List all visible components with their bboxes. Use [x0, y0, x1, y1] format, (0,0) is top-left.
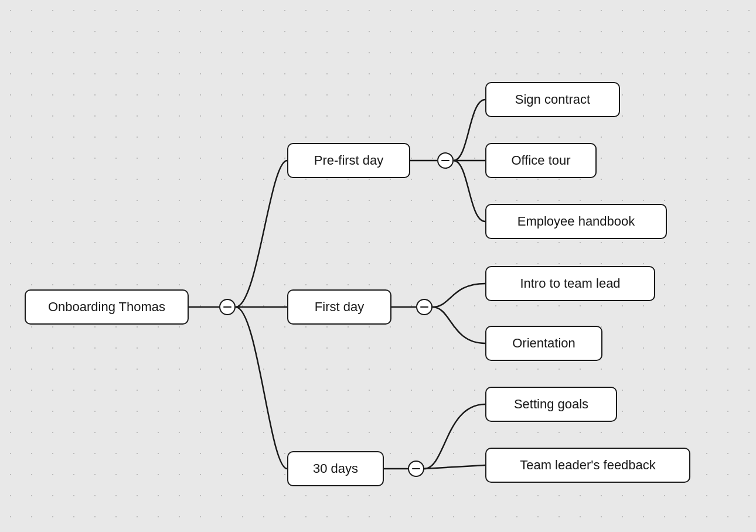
team-leader-feedback-node[interactable]: Team leader's feedback: [485, 448, 690, 483]
thirty-days-node[interactable]: 30 days: [287, 451, 384, 486]
office-tour-node[interactable]: Office tour: [485, 143, 597, 178]
intro-team-lead-node[interactable]: Intro to team lead: [485, 266, 655, 301]
pre-first-day-circle[interactable]: [437, 152, 454, 169]
root-circle[interactable]: [219, 299, 236, 315]
first-day-node[interactable]: First day: [287, 289, 391, 325]
pre-first-day-node[interactable]: Pre-first day: [287, 143, 410, 178]
svg-line-6: [424, 465, 485, 469]
setting-goals-node[interactable]: Setting goals: [485, 387, 617, 422]
thirty-days-circle[interactable]: [408, 461, 424, 477]
diagram-container: Onboarding Thomas Pre-first day First da…: [0, 0, 756, 532]
employee-handbook-node[interactable]: Employee handbook: [485, 204, 667, 239]
orientation-node[interactable]: Orientation: [485, 326, 602, 361]
root-node[interactable]: Onboarding Thomas: [25, 289, 189, 325]
first-day-circle[interactable]: [416, 299, 433, 315]
sign-contract-node[interactable]: Sign contract: [485, 82, 620, 117]
